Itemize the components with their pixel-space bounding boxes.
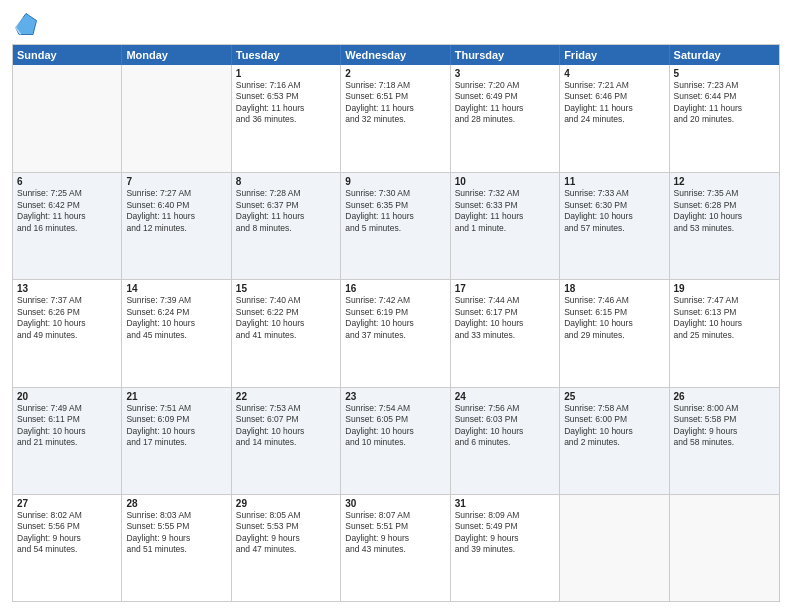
header-day-tuesday: Tuesday	[232, 45, 341, 65]
cal-cell	[122, 65, 231, 172]
cell-content: Sunrise: 8:05 AM Sunset: 5:53 PM Dayligh…	[236, 510, 336, 556]
calendar: SundayMondayTuesdayWednesdayThursdayFrid…	[12, 44, 780, 602]
cal-cell: 24Sunrise: 7:56 AM Sunset: 6:03 PM Dayli…	[451, 388, 560, 494]
cal-cell: 10Sunrise: 7:32 AM Sunset: 6:33 PM Dayli…	[451, 173, 560, 279]
calendar-body: 1Sunrise: 7:16 AM Sunset: 6:53 PM Daylig…	[13, 65, 779, 601]
cal-cell: 4Sunrise: 7:21 AM Sunset: 6:46 PM Daylig…	[560, 65, 669, 172]
cal-cell: 9Sunrise: 7:30 AM Sunset: 6:35 PM Daylig…	[341, 173, 450, 279]
cell-content: Sunrise: 7:20 AM Sunset: 6:49 PM Dayligh…	[455, 80, 555, 126]
cal-cell: 30Sunrise: 8:07 AM Sunset: 5:51 PM Dayli…	[341, 495, 450, 601]
cell-content: Sunrise: 7:33 AM Sunset: 6:30 PM Dayligh…	[564, 188, 664, 234]
week-row-3: 13Sunrise: 7:37 AM Sunset: 6:26 PM Dayli…	[13, 279, 779, 386]
day-number: 9	[345, 176, 445, 187]
cell-content: Sunrise: 7:56 AM Sunset: 6:03 PM Dayligh…	[455, 403, 555, 449]
cal-cell: 13Sunrise: 7:37 AM Sunset: 6:26 PM Dayli…	[13, 280, 122, 386]
cell-content: Sunrise: 7:37 AM Sunset: 6:26 PM Dayligh…	[17, 295, 117, 341]
day-number: 17	[455, 283, 555, 294]
cal-cell: 18Sunrise: 7:46 AM Sunset: 6:15 PM Dayli…	[560, 280, 669, 386]
week-row-2: 6Sunrise: 7:25 AM Sunset: 6:42 PM Daylig…	[13, 172, 779, 279]
cal-cell: 11Sunrise: 7:33 AM Sunset: 6:30 PM Dayli…	[560, 173, 669, 279]
cell-content: Sunrise: 7:21 AM Sunset: 6:46 PM Dayligh…	[564, 80, 664, 126]
cell-content: Sunrise: 8:09 AM Sunset: 5:49 PM Dayligh…	[455, 510, 555, 556]
calendar-header: SundayMondayTuesdayWednesdayThursdayFrid…	[13, 45, 779, 65]
cell-content: Sunrise: 8:00 AM Sunset: 5:58 PM Dayligh…	[674, 403, 775, 449]
day-number: 16	[345, 283, 445, 294]
header-day-monday: Monday	[122, 45, 231, 65]
week-row-4: 20Sunrise: 7:49 AM Sunset: 6:11 PM Dayli…	[13, 387, 779, 494]
day-number: 4	[564, 68, 664, 79]
day-number: 12	[674, 176, 775, 187]
day-number: 23	[345, 391, 445, 402]
header	[12, 10, 780, 38]
day-number: 15	[236, 283, 336, 294]
cal-cell: 28Sunrise: 8:03 AM Sunset: 5:55 PM Dayli…	[122, 495, 231, 601]
header-day-thursday: Thursday	[451, 45, 560, 65]
header-day-wednesday: Wednesday	[341, 45, 450, 65]
header-day-saturday: Saturday	[670, 45, 779, 65]
cal-cell: 6Sunrise: 7:25 AM Sunset: 6:42 PM Daylig…	[13, 173, 122, 279]
cal-cell: 31Sunrise: 8:09 AM Sunset: 5:49 PM Dayli…	[451, 495, 560, 601]
day-number: 14	[126, 283, 226, 294]
logo-icon	[12, 10, 40, 38]
cell-content: Sunrise: 7:30 AM Sunset: 6:35 PM Dayligh…	[345, 188, 445, 234]
day-number: 29	[236, 498, 336, 509]
day-number: 1	[236, 68, 336, 79]
cal-cell: 22Sunrise: 7:53 AM Sunset: 6:07 PM Dayli…	[232, 388, 341, 494]
cell-content: Sunrise: 7:28 AM Sunset: 6:37 PM Dayligh…	[236, 188, 336, 234]
cal-cell: 14Sunrise: 7:39 AM Sunset: 6:24 PM Dayli…	[122, 280, 231, 386]
day-number: 31	[455, 498, 555, 509]
day-number: 8	[236, 176, 336, 187]
cal-cell: 2Sunrise: 7:18 AM Sunset: 6:51 PM Daylig…	[341, 65, 450, 172]
cal-cell: 27Sunrise: 8:02 AM Sunset: 5:56 PM Dayli…	[13, 495, 122, 601]
cell-content: Sunrise: 7:32 AM Sunset: 6:33 PM Dayligh…	[455, 188, 555, 234]
day-number: 21	[126, 391, 226, 402]
cell-content: Sunrise: 7:25 AM Sunset: 6:42 PM Dayligh…	[17, 188, 117, 234]
cal-cell: 26Sunrise: 8:00 AM Sunset: 5:58 PM Dayli…	[670, 388, 779, 494]
cell-content: Sunrise: 8:03 AM Sunset: 5:55 PM Dayligh…	[126, 510, 226, 556]
day-number: 10	[455, 176, 555, 187]
cell-content: Sunrise: 8:02 AM Sunset: 5:56 PM Dayligh…	[17, 510, 117, 556]
cell-content: Sunrise: 7:39 AM Sunset: 6:24 PM Dayligh…	[126, 295, 226, 341]
cell-content: Sunrise: 7:49 AM Sunset: 6:11 PM Dayligh…	[17, 403, 117, 449]
cal-cell: 20Sunrise: 7:49 AM Sunset: 6:11 PM Dayli…	[13, 388, 122, 494]
cell-content: Sunrise: 7:35 AM Sunset: 6:28 PM Dayligh…	[674, 188, 775, 234]
cell-content: Sunrise: 7:27 AM Sunset: 6:40 PM Dayligh…	[126, 188, 226, 234]
cal-cell: 21Sunrise: 7:51 AM Sunset: 6:09 PM Dayli…	[122, 388, 231, 494]
cal-cell: 12Sunrise: 7:35 AM Sunset: 6:28 PM Dayli…	[670, 173, 779, 279]
day-number: 13	[17, 283, 117, 294]
day-number: 5	[674, 68, 775, 79]
week-row-1: 1Sunrise: 7:16 AM Sunset: 6:53 PM Daylig…	[13, 65, 779, 172]
page: SundayMondayTuesdayWednesdayThursdayFrid…	[0, 0, 792, 612]
day-number: 20	[17, 391, 117, 402]
cal-cell: 15Sunrise: 7:40 AM Sunset: 6:22 PM Dayli…	[232, 280, 341, 386]
day-number: 18	[564, 283, 664, 294]
cal-cell: 5Sunrise: 7:23 AM Sunset: 6:44 PM Daylig…	[670, 65, 779, 172]
cell-content: Sunrise: 7:58 AM Sunset: 6:00 PM Dayligh…	[564, 403, 664, 449]
cell-content: Sunrise: 7:47 AM Sunset: 6:13 PM Dayligh…	[674, 295, 775, 341]
cal-cell: 23Sunrise: 7:54 AM Sunset: 6:05 PM Dayli…	[341, 388, 450, 494]
header-day-friday: Friday	[560, 45, 669, 65]
day-number: 25	[564, 391, 664, 402]
day-number: 22	[236, 391, 336, 402]
day-number: 3	[455, 68, 555, 79]
week-row-5: 27Sunrise: 8:02 AM Sunset: 5:56 PM Dayli…	[13, 494, 779, 601]
cell-content: Sunrise: 7:54 AM Sunset: 6:05 PM Dayligh…	[345, 403, 445, 449]
cell-content: Sunrise: 7:51 AM Sunset: 6:09 PM Dayligh…	[126, 403, 226, 449]
cal-cell: 3Sunrise: 7:20 AM Sunset: 6:49 PM Daylig…	[451, 65, 560, 172]
cell-content: Sunrise: 7:23 AM Sunset: 6:44 PM Dayligh…	[674, 80, 775, 126]
cell-content: Sunrise: 7:46 AM Sunset: 6:15 PM Dayligh…	[564, 295, 664, 341]
cal-cell	[13, 65, 122, 172]
cal-cell: 8Sunrise: 7:28 AM Sunset: 6:37 PM Daylig…	[232, 173, 341, 279]
day-number: 19	[674, 283, 775, 294]
cal-cell: 16Sunrise: 7:42 AM Sunset: 6:19 PM Dayli…	[341, 280, 450, 386]
day-number: 6	[17, 176, 117, 187]
cal-cell: 19Sunrise: 7:47 AM Sunset: 6:13 PM Dayli…	[670, 280, 779, 386]
cell-content: Sunrise: 7:53 AM Sunset: 6:07 PM Dayligh…	[236, 403, 336, 449]
cell-content: Sunrise: 7:40 AM Sunset: 6:22 PM Dayligh…	[236, 295, 336, 341]
cal-cell	[670, 495, 779, 601]
cell-content: Sunrise: 7:44 AM Sunset: 6:17 PM Dayligh…	[455, 295, 555, 341]
day-number: 26	[674, 391, 775, 402]
day-number: 24	[455, 391, 555, 402]
cal-cell: 17Sunrise: 7:44 AM Sunset: 6:17 PM Dayli…	[451, 280, 560, 386]
day-number: 2	[345, 68, 445, 79]
